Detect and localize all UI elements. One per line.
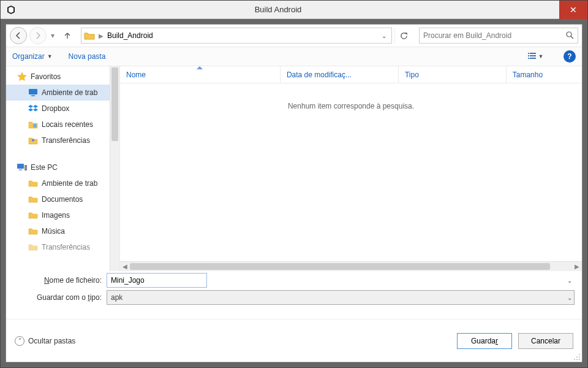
help-icon: ? bbox=[567, 52, 571, 61]
sidebar-item-downloads[interactable]: Transferências bbox=[6, 132, 110, 148]
folder-icon bbox=[84, 31, 95, 40]
filename-label: Nome de ficheiro: bbox=[13, 276, 102, 285]
filename-input[interactable] bbox=[107, 273, 207, 288]
column-date[interactable]: Data de modificaç... bbox=[281, 66, 399, 83]
scroll-left-icon[interactable]: ◀ bbox=[120, 262, 130, 272]
savetype-label: Guardar com o tipo: bbox=[13, 293, 102, 302]
close-icon: ✕ bbox=[570, 5, 577, 15]
svg-rect-6 bbox=[528, 55, 529, 56]
sidebar-item-label: Documentos bbox=[42, 195, 83, 204]
back-button[interactable] bbox=[10, 27, 27, 44]
chevron-up-icon: ˄ bbox=[15, 336, 24, 346]
sidebar-item-label: Locais recentes bbox=[42, 120, 93, 129]
sidebar-item-dropbox[interactable]: Dropbox bbox=[6, 101, 110, 117]
sidebar: Favoritos Ambiente de trab Dropbox bbox=[6, 66, 120, 271]
svg-point-2 bbox=[567, 32, 571, 37]
sidebar-head-thispc[interactable]: Este PC bbox=[6, 159, 110, 175]
sidebar-item-pc-downloads[interactable]: Transferências bbox=[6, 239, 110, 255]
close-button[interactable]: ✕ bbox=[559, 1, 587, 19]
folder-icon bbox=[28, 242, 38, 252]
titlebar: Build Android ✕ bbox=[1, 1, 587, 19]
chevron-down-icon[interactable]: ⌄ bbox=[567, 277, 572, 284]
svg-line-3 bbox=[571, 36, 573, 39]
save-dialog-window: Build Android ✕ ▾ ▶ Build_Android ⌄ bbox=[0, 0, 588, 368]
sidebar-item-label: Transferências bbox=[42, 136, 90, 145]
chevron-down-icon[interactable]: ⌄ bbox=[567, 294, 572, 301]
breadcrumb-chevron-icon: ▶ bbox=[99, 33, 104, 39]
svg-rect-13 bbox=[17, 164, 24, 169]
toolbar: Organizar ▼ Nova pasta ▼ ? bbox=[6, 47, 582, 66]
sidebar-head-favorites[interactable]: Favoritos bbox=[6, 69, 110, 85]
computer-icon bbox=[17, 163, 27, 172]
column-type[interactable]: Tipo bbox=[399, 66, 507, 83]
help-button[interactable]: ? bbox=[564, 50, 576, 63]
svg-point-21 bbox=[579, 359, 580, 360]
svg-rect-5 bbox=[530, 53, 536, 54]
svg-point-16 bbox=[579, 354, 580, 355]
savetype-select[interactable]: apk bbox=[107, 290, 575, 305]
hide-folders-toggle[interactable]: ˄ Ocultar pastas bbox=[15, 336, 75, 346]
sidebar-item-pc-music[interactable]: Música bbox=[6, 223, 110, 239]
sidebar-item-label: Transferências bbox=[42, 243, 90, 251]
footer: ˄ Ocultar pastas Guardar Cancelar bbox=[6, 319, 582, 362]
column-headers: Nome Data de modificaç... Tipo Tamanho bbox=[120, 66, 582, 83]
svg-rect-11 bbox=[31, 95, 35, 96]
sidebar-item-pc-documents[interactable]: Documentos bbox=[6, 191, 110, 207]
window-title: Build Android bbox=[21, 5, 559, 14]
view-list-icon bbox=[527, 52, 537, 61]
sidebar-group-thispc: Este PC Ambiente de trab Documentos bbox=[6, 157, 110, 255]
sidebar-group-favorites: Favoritos Ambiente de trab Dropbox bbox=[6, 66, 110, 148]
sidebar-item-pc-images[interactable]: Imagens bbox=[6, 207, 110, 223]
view-options-button[interactable]: ▼ bbox=[523, 50, 548, 63]
address-dropdown-icon[interactable]: ⌄ bbox=[379, 33, 389, 39]
scrollbar-thumb[interactable] bbox=[111, 67, 118, 141]
scroll-right-icon[interactable]: ▶ bbox=[572, 262, 582, 272]
desktop-icon bbox=[28, 88, 38, 98]
search-icon bbox=[565, 31, 574, 41]
forward-button bbox=[29, 27, 47, 44]
sidebar-item-desktop[interactable]: Ambiente de trab bbox=[6, 85, 110, 101]
history-dropdown-icon[interactable]: ▾ bbox=[49, 27, 56, 44]
refresh-button[interactable] bbox=[394, 28, 413, 44]
organize-menu[interactable]: Organizar ▼ bbox=[12, 52, 53, 61]
unity-app-icon bbox=[6, 4, 17, 15]
cancel-button[interactable]: Cancelar bbox=[518, 333, 573, 349]
chevron-down-icon: ▼ bbox=[47, 53, 53, 59]
sidebar-item-recent[interactable]: Locais recentes bbox=[6, 117, 110, 132]
new-folder-button[interactable]: Nova pasta bbox=[69, 52, 106, 61]
sidebar-item-label: Ambiente de trab bbox=[42, 179, 97, 188]
folder-icon bbox=[28, 178, 38, 188]
thispc-label: Este PC bbox=[31, 163, 58, 172]
sidebar-item-pc-desktop[interactable]: Ambiente de trab bbox=[6, 175, 110, 191]
column-size[interactable]: Tamanho bbox=[507, 66, 582, 83]
sidebar-item-label: Imagens bbox=[42, 211, 70, 220]
svg-rect-14 bbox=[24, 165, 27, 171]
folder-icon bbox=[28, 194, 38, 204]
address-bar[interactable]: ▶ Build_Android ⌄ bbox=[81, 28, 392, 44]
horizontal-scrollbar[interactable]: ◀ ▶ bbox=[120, 261, 582, 271]
scrollbar-thumb[interactable] bbox=[130, 263, 550, 270]
recent-icon bbox=[28, 120, 38, 129]
search-input[interactable] bbox=[423, 31, 565, 40]
svg-marker-1 bbox=[9, 7, 13, 13]
sidebar-scrollbar[interactable] bbox=[110, 66, 119, 271]
resize-grip-icon[interactable] bbox=[573, 353, 581, 361]
svg-rect-10 bbox=[29, 89, 37, 94]
svg-rect-15 bbox=[19, 169, 22, 171]
filename-row: Nome de ficheiro: ⌄ bbox=[6, 271, 582, 289]
up-button[interactable] bbox=[61, 29, 74, 42]
chevron-down-icon: ▼ bbox=[538, 53, 544, 59]
breadcrumb-segment[interactable]: Build_Android bbox=[107, 31, 153, 40]
column-name[interactable]: Nome bbox=[120, 66, 281, 83]
dialog-body: ▾ ▶ Build_Android ⌄ bbox=[6, 24, 582, 362]
svg-rect-9 bbox=[530, 58, 536, 59]
save-button[interactable]: Guardar bbox=[457, 333, 512, 349]
svg-rect-7 bbox=[530, 55, 536, 56]
hide-folders-label: Ocultar pastas bbox=[28, 337, 75, 345]
navigation-row: ▾ ▶ Build_Android ⌄ bbox=[6, 25, 582, 47]
search-box[interactable] bbox=[419, 28, 578, 44]
svg-point-19 bbox=[574, 359, 575, 360]
svg-rect-4 bbox=[528, 53, 529, 54]
scrollbar-track[interactable] bbox=[130, 262, 572, 271]
sidebar-item-label: Dropbox bbox=[42, 104, 69, 113]
